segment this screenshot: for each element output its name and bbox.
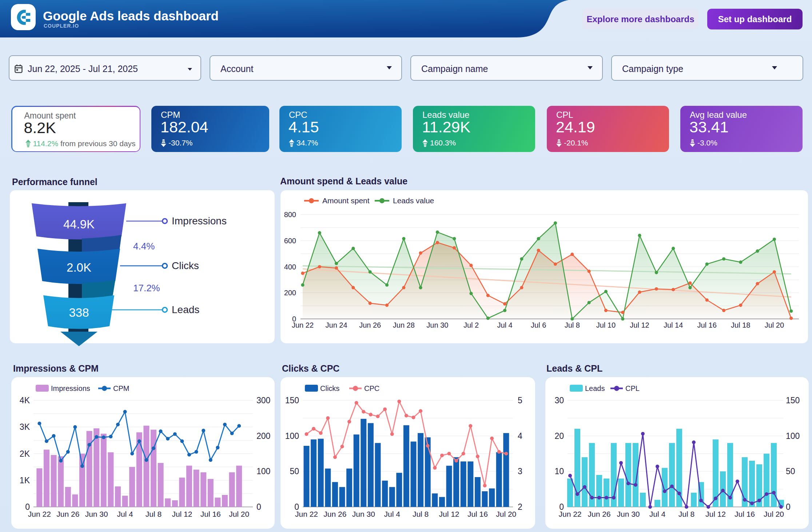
svg-text:Jul 4: Jul 4: [384, 510, 401, 518]
svg-text:4K: 4K: [20, 396, 30, 405]
svg-text:Jul 16: Jul 16: [467, 510, 488, 518]
svg-text:Leads value: Leads value: [393, 196, 434, 205]
svg-text:100: 100: [285, 431, 299, 441]
svg-text:Jul 6: Jul 6: [531, 321, 546, 329]
svg-text:Jun 26: Jun 26: [359, 321, 381, 329]
svg-text:Jun 22: Jun 22: [292, 321, 314, 329]
svg-text:CPM: CPM: [113, 384, 129, 392]
svg-text:Jul 4: Jul 4: [117, 510, 133, 518]
svg-text:338: 338: [69, 306, 89, 319]
svg-text:Jul 2: Jul 2: [463, 321, 479, 329]
svg-text:Jun 28: Jun 28: [393, 321, 415, 329]
svg-text:150: 150: [786, 396, 800, 405]
svg-text:Jun 24: Jun 24: [326, 321, 347, 329]
svg-text:Jun 26: Jun 26: [588, 510, 610, 518]
svg-text:4.4%: 4.4%: [133, 241, 155, 252]
svg-text:Jul 20: Jul 20: [229, 510, 249, 518]
svg-text:100: 100: [786, 431, 800, 441]
svg-text:2: 2: [518, 502, 522, 512]
svg-text:Jun 22: Jun 22: [28, 510, 51, 518]
svg-text:44.9K: 44.9K: [63, 217, 95, 231]
svg-text:Jul 20: Jul 20: [496, 510, 516, 518]
svg-text:Jun 30: Jun 30: [352, 510, 375, 518]
svg-text:Jul 12: Jul 12: [172, 510, 192, 518]
svg-text:Amount spent: Amount spent: [322, 196, 370, 205]
svg-text:20: 20: [554, 431, 564, 441]
svg-text:17.2%: 17.2%: [133, 283, 160, 293]
svg-text:Jun 22: Jun 22: [295, 510, 318, 518]
svg-text:50: 50: [290, 467, 299, 476]
svg-text:1K: 1K: [20, 476, 30, 485]
svg-text:Jul 4: Jul 4: [649, 510, 666, 518]
svg-text:2.0K: 2.0K: [67, 261, 91, 274]
svg-text:CPL: CPL: [625, 384, 640, 392]
svg-text:Impressions: Impressions: [51, 384, 90, 392]
svg-text:100: 100: [256, 467, 270, 476]
svg-text:Jul 8: Jul 8: [565, 321, 580, 329]
svg-text:300: 300: [256, 396, 270, 405]
svg-text:Jun 30: Jun 30: [617, 510, 640, 518]
svg-text:Jul 10: Jul 10: [596, 321, 616, 329]
svg-text:150: 150: [285, 396, 299, 405]
svg-text:Jul 4: Jul 4: [497, 321, 512, 329]
svg-text:Jul 20: Jul 20: [764, 510, 784, 518]
svg-text:Jun 30: Jun 30: [426, 321, 448, 329]
svg-text:Leads: Leads: [585, 384, 605, 392]
svg-text:Jul 12: Jul 12: [630, 321, 649, 329]
svg-text:2K: 2K: [20, 449, 30, 459]
svg-text:Jul 20: Jul 20: [765, 321, 784, 329]
svg-text:3: 3: [518, 467, 522, 476]
svg-text:400: 400: [284, 263, 296, 271]
svg-text:Jul 18: Jul 18: [731, 321, 750, 329]
svg-text:Jul 12: Jul 12: [705, 510, 726, 518]
svg-text:200: 200: [256, 431, 270, 441]
svg-text:Jul 16: Jul 16: [735, 510, 755, 518]
svg-text:Leads: Leads: [172, 304, 199, 315]
svg-text:Clicks: Clicks: [172, 260, 199, 271]
svg-text:200: 200: [284, 289, 296, 297]
svg-text:50: 50: [786, 467, 795, 476]
svg-text:Jul 16: Jul 16: [200, 510, 221, 518]
svg-text:0: 0: [786, 502, 791, 512]
svg-text:Jun 26: Jun 26: [323, 510, 346, 518]
svg-text:4: 4: [518, 431, 522, 441]
svg-text:Jul 8: Jul 8: [413, 510, 429, 518]
svg-text:Jul 14: Jul 14: [664, 321, 683, 329]
svg-text:5: 5: [518, 396, 522, 405]
svg-text:10: 10: [554, 467, 564, 476]
svg-text:Jul 12: Jul 12: [439, 510, 459, 518]
svg-text:30: 30: [554, 396, 564, 405]
svg-text:Jul 8: Jul 8: [146, 510, 162, 518]
svg-text:Jun 30: Jun 30: [85, 510, 108, 518]
svg-text:Clicks: Clicks: [320, 384, 339, 392]
svg-text:CPC: CPC: [364, 384, 379, 392]
svg-text:Jul 8: Jul 8: [678, 510, 694, 518]
svg-text:0: 0: [256, 502, 261, 512]
svg-text:800: 800: [284, 211, 296, 219]
svg-text:Jun 22: Jun 22: [558, 510, 581, 518]
svg-text:3K: 3K: [20, 422, 30, 432]
svg-text:Jul 16: Jul 16: [697, 321, 717, 329]
svg-text:Jun 26: Jun 26: [56, 510, 79, 518]
svg-text:Impressions: Impressions: [172, 215, 227, 227]
svg-text:600: 600: [284, 237, 296, 245]
